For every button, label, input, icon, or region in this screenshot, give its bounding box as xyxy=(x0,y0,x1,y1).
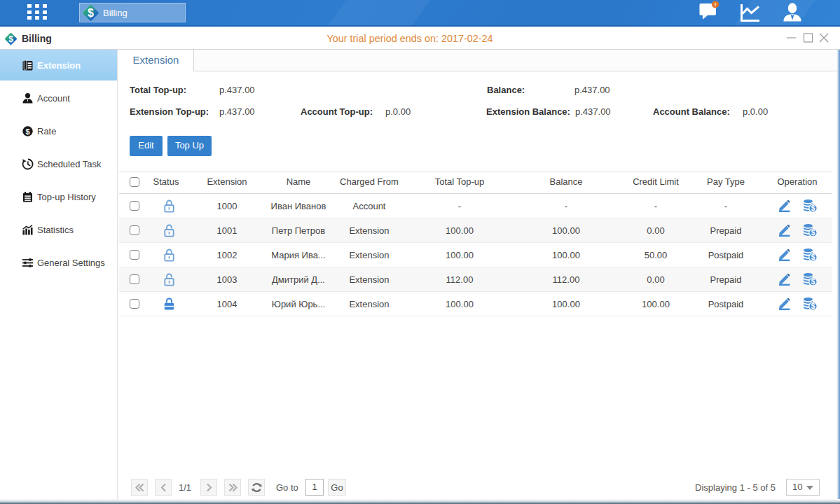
svg-text:$: $ xyxy=(811,253,815,261)
svg-text:!: ! xyxy=(715,1,717,8)
svg-text:$: $ xyxy=(88,7,94,19)
svg-text:$: $ xyxy=(811,278,815,286)
svg-text:$: $ xyxy=(811,302,815,310)
svg-text:$: $ xyxy=(811,204,815,212)
svg-text:$: $ xyxy=(25,127,29,136)
svg-text:$: $ xyxy=(811,229,815,237)
